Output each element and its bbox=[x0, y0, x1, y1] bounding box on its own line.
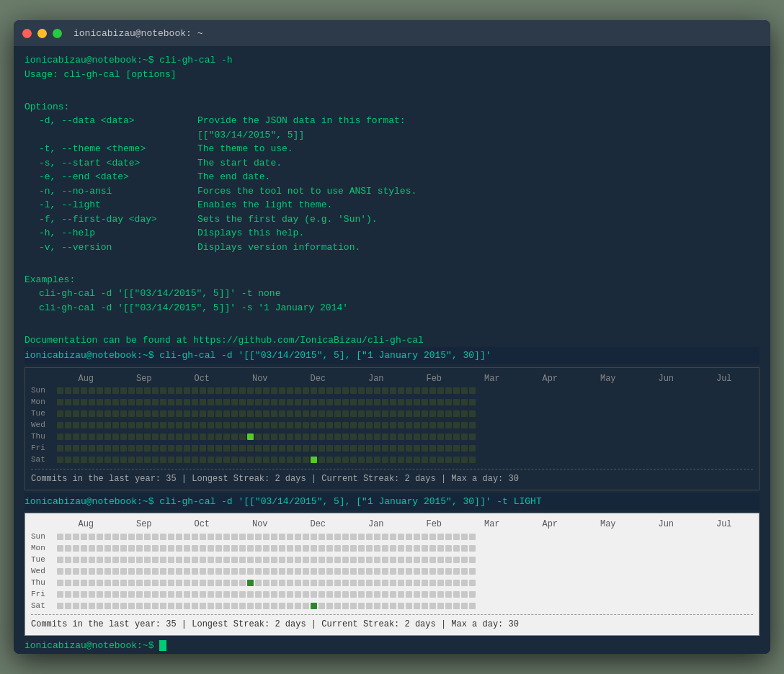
prompt-4: ionicabizau@notebook:~$ bbox=[24, 639, 760, 653]
terminal-body[interactable]: ionicabizau@notebook:~$ cli-gh-cal -h Us… bbox=[14, 46, 770, 654]
cal-row-wed: Wed bbox=[31, 420, 753, 431]
cal-row-sat: Sat bbox=[31, 600, 753, 611]
option-light: -l, --light Enables the light theme. bbox=[24, 198, 760, 212]
cal-row-mon: Mon bbox=[31, 397, 753, 408]
cal-row-sun: Sun bbox=[31, 531, 753, 542]
window-title: ionicabizau@notebook: ~ bbox=[74, 28, 202, 39]
dark-cal-stats: Commits in the last year: 35 | Longest S… bbox=[31, 472, 753, 485]
prompt-2: ionicabizau@notebook:~$ cli-gh-cal -d '[… bbox=[24, 347, 760, 364]
option-help: -h, --help Displays this help. bbox=[24, 226, 760, 241]
options-header: Options: bbox=[24, 100, 760, 114]
minimize-button[interactable] bbox=[37, 29, 47, 38]
option-start: -s, --start <date> The start date. bbox=[24, 156, 760, 171]
cal-row-mon: Mon bbox=[31, 542, 753, 554]
doc-line: Documentation can be found at https://gi… bbox=[24, 333, 760, 348]
cal-row-thu: Thu bbox=[31, 577, 753, 588]
light-cal-grid: SunMonTueWedThuFriSat bbox=[31, 531, 753, 611]
cal-row-sat: Sat bbox=[31, 454, 753, 466]
option-first-day: -f, --first-day <day> Sets the first day… bbox=[24, 212, 760, 227]
title-bar: ionicabizau@notebook: ~ bbox=[14, 20, 770, 46]
close-button[interactable] bbox=[22, 29, 32, 38]
example-2: cli-gh-cal -d '[["03/14/2015", 5]]' -s '… bbox=[24, 301, 760, 315]
dark-cal-grid: SunMonTueWedThuFriSat bbox=[31, 385, 753, 466]
cal-row-fri: Fri bbox=[31, 443, 753, 454]
cursor bbox=[159, 640, 166, 651]
cal-row-sun: Sun bbox=[31, 385, 753, 397]
terminal-window: ionicabizau@notebook: ~ ionicabizau@note… bbox=[14, 20, 770, 654]
option-end: -e, --end <date> The end date. bbox=[24, 170, 760, 184]
cal-row-tue: Tue bbox=[31, 554, 753, 565]
cal-row-tue: Tue bbox=[31, 408, 753, 420]
option-theme: -t, --theme <theme> The theme to use. bbox=[24, 142, 760, 156]
option-data: -d, --data <data> Provide the JSON data … bbox=[24, 114, 760, 128]
prompt-3: ionicabizau@notebook:~$ cli-gh-cal -d '[… bbox=[24, 493, 760, 511]
calendar-dark: Aug Sep Oct Nov Dec Jan Feb Mar Apr May … bbox=[24, 367, 760, 490]
option-data-format: [["03/14/2015", 5]] bbox=[24, 128, 760, 143]
prompt-1: ionicabizau@notebook:~$ cli-gh-cal -h bbox=[24, 53, 760, 68]
examples-header: Examples: bbox=[24, 273, 760, 287]
cal-row-wed: Wed bbox=[31, 565, 753, 577]
cal-row-fri: Fri bbox=[31, 588, 753, 600]
maximize-button[interactable] bbox=[53, 29, 62, 38]
option-no-ansi: -n, --no-ansi Forces the tool not to use… bbox=[24, 184, 760, 199]
calendar-light: Aug Sep Oct Nov Dec Jan Feb Mar Apr May … bbox=[24, 513, 760, 636]
option-version: -v, --version Displays version informati… bbox=[24, 241, 760, 255]
example-1: cli-gh-cal -d '[["03/14/2015", 5]]' -t n… bbox=[24, 287, 760, 301]
usage-line: Usage: cli-gh-cal [options] bbox=[24, 68, 760, 82]
cal-row-thu: Thu bbox=[31, 431, 753, 443]
light-cal-stats: Commits in the last year: 35 | Longest S… bbox=[31, 618, 753, 631]
